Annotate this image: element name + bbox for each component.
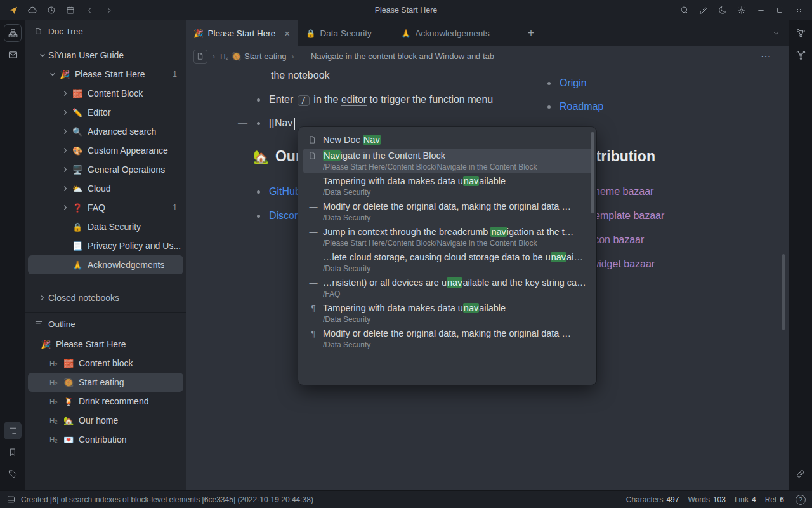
document-icon[interactable] [193, 50, 207, 64]
search-match-highlight: Nav [323, 150, 341, 161]
back-icon[interactable] [80, 2, 99, 18]
graph-icon[interactable] [792, 24, 809, 42]
link-roadmap[interactable]: Roadmap [560, 101, 603, 112]
bookmark-icon[interactable] [4, 443, 22, 461]
link-origin[interactable]: Origin [560, 77, 587, 89]
doc-tree-item-general-operations[interactable]: 🖥️General Operations [28, 160, 183, 179]
doc-tree-item-faq[interactable]: ❓FAQ1 [28, 198, 183, 217]
search-result-item[interactable]: ¶Tampering with data makes data unavaila… [303, 301, 591, 326]
theme-moon-icon[interactable] [713, 2, 732, 18]
block-ref-search-popup: New Doc NavNavigate in the Content Block… [298, 127, 596, 385]
tag-icon[interactable] [4, 465, 22, 483]
search-result-item[interactable]: —Modify or delete the original data, mak… [303, 199, 591, 224]
outline-label: Please Start Here [56, 339, 126, 349]
outline-item-drink-recommend[interactable]: H₂🍹Drink recommend [28, 392, 183, 411]
link-github[interactable]: GitHub [269, 186, 301, 197]
chevron-down-icon[interactable] [47, 70, 58, 78]
tab-acknowledgements[interactable]: 🙏Acknowledgements [393, 20, 520, 46]
doc-tree-item-custom-appearance[interactable]: 🎨Custom Appearance [28, 141, 183, 160]
doc-tree-item-please-start-here[interactable]: 🎉Please Start Here1 [28, 65, 183, 84]
result-text: …lete cloud storage, causing cloud stora… [323, 252, 583, 262]
sync-cloud-icon[interactable] [23, 2, 42, 18]
chevron-right-icon[interactable] [60, 166, 71, 173]
doc-tree-item-data-security[interactable]: 🔒Data Security [28, 217, 183, 236]
outline-item-content-block[interactable]: H₂🧱Content block [28, 354, 183, 373]
outline-dock-icon[interactable] [4, 422, 22, 439]
editor-scrollbar[interactable] [782, 254, 785, 330]
list-collapse-marker: — [238, 117, 247, 128]
doc-tree-item-editor[interactable]: ✏️Editor [28, 103, 183, 122]
breadcrumb-block[interactable]: — Navigate in the content block and Wind… [299, 51, 494, 61]
chevron-right-icon[interactable] [60, 90, 71, 97]
chevron-right-icon[interactable] [60, 185, 71, 192]
chevron-right-icon[interactable] [60, 147, 71, 154]
typing-line[interactable]: [[Nav [257, 116, 295, 131]
search-result-item[interactable]: —Tampering with data makes data unavaila… [303, 174, 591, 199]
maximize-button[interactable] [770, 2, 789, 18]
editor-area[interactable]: the notebook Enter / in the editor to tr… [186, 67, 789, 490]
history-icon[interactable] [42, 2, 61, 18]
doc-tree-item-content-block[interactable]: 🧱Content Block [28, 84, 183, 103]
search-result-item[interactable]: Navigate in the Content Block/Please Sta… [303, 149, 591, 173]
outline-item-start-eating[interactable]: H₂🥘Start eating [28, 373, 183, 392]
tab-close-icon[interactable]: × [284, 28, 290, 39]
new-tab-button[interactable]: + [520, 20, 542, 46]
more-options-icon[interactable]: ⋯ [761, 50, 771, 62]
doc-label: Privacy Policy and Us... [88, 241, 181, 251]
search-result-item[interactable]: New Doc Nav [303, 131, 591, 148]
forward-icon[interactable] [99, 2, 118, 18]
main-area: 🎉Please Start Here×🔒Data Security🙏Acknow… [186, 20, 789, 490]
doc-tree-item-privacy-policy-and-us[interactable]: 📃Privacy Policy and Us... [28, 236, 183, 255]
editor-block-ref[interactable]: editor [341, 94, 367, 106]
doc-tree-item-cloud[interactable]: ⛅Cloud [28, 179, 183, 198]
tab-list-chevron-icon[interactable] [772, 29, 780, 37]
close-button[interactable] [789, 2, 808, 18]
minimize-button[interactable] [751, 2, 770, 18]
tab-emoji: 🔒 [306, 29, 316, 38]
search-result-item[interactable]: —Jump in context through the breadcrumb … [303, 225, 591, 250]
search-icon[interactable] [675, 2, 694, 18]
doc-label: General Operations [88, 164, 165, 175]
search-result-item[interactable]: —…nsistent) or all devices are unavailab… [303, 276, 591, 300]
doc-tree-item-siyuan-user-guide[interactable]: SiYuan User Guide [28, 46, 183, 65]
tab-data-security[interactable]: 🔒Data Security [298, 20, 393, 46]
global-graph-icon[interactable] [792, 46, 809, 64]
outline-root-please-start-here[interactable]: 🎉Please Start Here [28, 335, 183, 354]
result-title: —…nsistent) or all devices are unavailab… [308, 277, 586, 288]
closed-notebooks-item[interactable]: Closed notebooks [28, 288, 183, 307]
backlink-icon[interactable] [792, 465, 809, 483]
doc-emoji: 🎉 [39, 340, 52, 349]
daily-note-icon[interactable] [61, 2, 80, 18]
outline-item-contribution[interactable]: H₂💌Contribution [28, 430, 183, 449]
dock-toggle-icon[interactable] [6, 495, 16, 504]
breadcrumb-heading[interactable]: H₂ 🥘 Start eating [220, 51, 286, 61]
search-result-item[interactable]: —…lete cloud storage, causing cloud stor… [303, 250, 591, 275]
outline-item-our-home[interactable]: H₂🏡Our home [28, 411, 183, 430]
popup-scrollbar[interactable] [591, 132, 594, 213]
edit-pencil-icon[interactable] [694, 2, 713, 18]
settings-gear-icon[interactable] [732, 2, 751, 18]
search-match-highlight: nav [463, 303, 479, 313]
result-path: /Please Start Here/Content Block/Navigat… [323, 239, 586, 248]
text-caret [294, 118, 295, 130]
doc-tree-item-advanced-search[interactable]: 🔍Advanced search [28, 122, 183, 141]
bullet-icon [257, 190, 260, 194]
inbox-icon[interactable] [4, 46, 22, 64]
h2-marker: H₂ [220, 53, 228, 60]
chevron-right-icon[interactable] [37, 294, 48, 302]
dock-panel-icon[interactable] [4, 24, 22, 42]
chevron-right-icon[interactable] [60, 204, 71, 211]
paragraph-marker: ¶ [308, 304, 318, 313]
search-match-highlight: nav [490, 227, 506, 237]
outline-label: Drink recommend [79, 396, 148, 406]
chevron-down-icon[interactable] [37, 51, 48, 59]
tab-please-start-here[interactable]: 🎉Please Start Here× [186, 20, 298, 46]
help-icon[interactable]: ? [796, 495, 806, 505]
chevron-right-icon[interactable] [60, 128, 71, 135]
list-item-marker: — [308, 253, 318, 262]
doc-tree-item-acknowledgements[interactable]: 🙏Acknowledgements [28, 255, 183, 274]
link-list-item: Discord [257, 208, 303, 224]
search-result-item[interactable]: ¶Modify or delete the original data, mak… [303, 326, 591, 351]
result-text: …nsistent) or all devices are unavailabl… [323, 277, 586, 288]
chevron-right-icon[interactable] [60, 109, 71, 116]
